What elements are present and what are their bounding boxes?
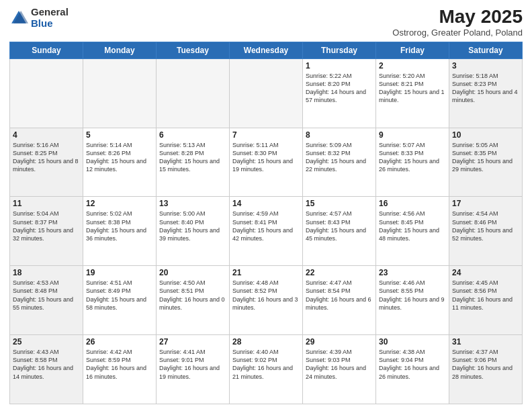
day-number: 1 [306,61,373,71]
day-cell: 13Sunrise: 5:00 AM Sunset: 8:40 PM Dayli… [157,197,230,266]
day-cell: 29Sunrise: 4:39 AM Sunset: 9:03 PM Dayli… [303,335,376,404]
day-info: Sunrise: 4:48 AM Sunset: 8:52 PM Dayligh… [232,279,300,312]
day-info: Sunrise: 5:18 AM Sunset: 8:23 PM Dayligh… [452,72,519,105]
day-number: 27 [159,337,226,347]
day-cell: 22Sunrise: 4:47 AM Sunset: 8:54 PM Dayli… [303,266,376,335]
day-info: Sunrise: 5:14 AM Sunset: 8:26 PM Dayligh… [86,141,153,174]
day-cell: 27Sunrise: 4:41 AM Sunset: 9:01 PM Dayli… [157,335,230,404]
day-number: 3 [452,61,519,71]
day-info: Sunrise: 5:09 AM Sunset: 8:32 PM Dayligh… [306,141,373,174]
weekday-wednesday: Wednesday [230,42,303,58]
day-cell: 30Sunrise: 4:38 AM Sunset: 9:04 PM Dayli… [376,335,449,404]
day-info: Sunrise: 4:40 AM Sunset: 9:02 PM Dayligh… [232,348,300,381]
day-number: 20 [159,268,226,277]
day-info: Sunrise: 4:46 AM Sunset: 8:55 PM Dayligh… [379,279,446,312]
day-number: 2 [379,61,446,71]
month-year: May 2025 [392,7,523,28]
day-info: Sunrise: 4:43 AM Sunset: 8:58 PM Dayligh… [13,348,80,381]
day-cell: 18Sunrise: 4:53 AM Sunset: 8:48 PM Dayli… [10,266,83,335]
day-number: 31 [452,337,519,347]
weekday-friday: Friday [376,42,449,58]
week-row-1: 1Sunrise: 5:22 AM Sunset: 8:20 PM Daylig… [10,58,523,128]
day-cell: 24Sunrise: 4:45 AM Sunset: 8:56 PM Dayli… [449,266,523,335]
weekday-tuesday: Tuesday [157,42,230,58]
day-info: Sunrise: 4:53 AM Sunset: 8:48 PM Dayligh… [13,279,80,312]
day-number: 22 [306,268,373,277]
day-number: 6 [159,130,226,140]
week-row-5: 25Sunrise: 4:43 AM Sunset: 8:58 PM Dayli… [10,335,523,404]
day-info: Sunrise: 5:16 AM Sunset: 8:25 PM Dayligh… [13,141,80,174]
day-cell: 10Sunrise: 5:05 AM Sunset: 8:35 PM Dayli… [449,128,523,197]
day-number: 10 [452,130,519,140]
day-number: 18 [13,268,80,277]
day-cell: 11Sunrise: 5:04 AM Sunset: 8:37 PM Dayli… [10,197,83,266]
logo-icon [9,9,28,28]
day-info: Sunrise: 4:41 AM Sunset: 9:01 PM Dayligh… [159,348,226,381]
day-info: Sunrise: 5:20 AM Sunset: 8:21 PM Dayligh… [379,72,446,105]
day-info: Sunrise: 5:04 AM Sunset: 8:37 PM Dayligh… [13,210,80,242]
day-info: Sunrise: 4:38 AM Sunset: 9:04 PM Dayligh… [379,348,446,381]
title-block: May 2025 Ostrorog, Greater Poland, Polan… [392,7,523,38]
day-number: 30 [379,337,446,347]
week-row-4: 18Sunrise: 4:53 AM Sunset: 8:48 PM Dayli… [10,266,523,335]
day-info: Sunrise: 5:07 AM Sunset: 8:33 PM Dayligh… [379,141,446,174]
day-number: 23 [379,268,446,277]
day-cell: 31Sunrise: 4:37 AM Sunset: 9:06 PM Dayli… [449,335,523,404]
day-cell: 6Sunrise: 5:13 AM Sunset: 8:28 PM Daylig… [157,128,230,197]
day-number: 17 [452,199,519,208]
day-number: 21 [232,268,300,277]
location: Ostrorog, Greater Poland, Poland [392,28,523,38]
day-info: Sunrise: 4:39 AM Sunset: 9:03 PM Dayligh… [306,348,373,381]
day-cell: 8Sunrise: 5:09 AM Sunset: 8:32 PM Daylig… [303,128,376,197]
day-number: 9 [379,130,446,140]
day-info: Sunrise: 4:42 AM Sunset: 8:59 PM Dayligh… [86,348,153,381]
day-info: Sunrise: 4:56 AM Sunset: 8:45 PM Dayligh… [379,210,446,242]
day-number: 5 [86,130,153,140]
day-number: 14 [232,199,300,208]
day-cell: 15Sunrise: 4:57 AM Sunset: 8:43 PM Dayli… [303,197,376,266]
weekday-sunday: Sunday [10,42,83,58]
logo-general: General [31,6,69,17]
day-cell: 3Sunrise: 5:18 AM Sunset: 8:23 PM Daylig… [449,58,523,128]
day-cell: 23Sunrise: 4:46 AM Sunset: 8:55 PM Dayli… [376,266,449,335]
day-info: Sunrise: 4:47 AM Sunset: 8:54 PM Dayligh… [306,279,373,312]
day-cell: 9Sunrise: 5:07 AM Sunset: 8:33 PM Daylig… [376,128,449,197]
week-row-2: 4Sunrise: 5:16 AM Sunset: 8:25 PM Daylig… [10,128,523,197]
day-cell: 7Sunrise: 5:11 AM Sunset: 8:30 PM Daylig… [230,128,303,197]
day-cell: 4Sunrise: 5:16 AM Sunset: 8:25 PM Daylig… [10,128,83,197]
day-info: Sunrise: 5:13 AM Sunset: 8:28 PM Dayligh… [159,141,226,174]
day-cell [83,58,157,128]
day-number: 12 [86,199,153,208]
day-number: 25 [13,337,80,347]
day-number: 26 [86,337,153,347]
day-info: Sunrise: 4:37 AM Sunset: 9:06 PM Dayligh… [452,348,519,381]
day-cell: 25Sunrise: 4:43 AM Sunset: 8:58 PM Dayli… [10,335,83,404]
day-info: Sunrise: 4:54 AM Sunset: 8:46 PM Dayligh… [452,210,519,242]
day-number: 15 [306,199,373,208]
day-cell: 21Sunrise: 4:48 AM Sunset: 8:52 PM Dayli… [230,266,303,335]
day-cell: 12Sunrise: 5:02 AM Sunset: 8:38 PM Dayli… [83,197,157,266]
week-row-3: 11Sunrise: 5:04 AM Sunset: 8:37 PM Dayli… [10,197,523,266]
day-number: 7 [232,130,300,140]
day-number: 16 [379,199,446,208]
day-info: Sunrise: 5:05 AM Sunset: 8:35 PM Dayligh… [452,141,519,174]
day-number: 8 [306,130,373,140]
day-info: Sunrise: 4:51 AM Sunset: 8:49 PM Dayligh… [86,279,153,312]
day-cell: 20Sunrise: 4:50 AM Sunset: 8:51 PM Dayli… [157,266,230,335]
day-info: Sunrise: 5:22 AM Sunset: 8:20 PM Dayligh… [306,72,373,105]
logo-text: General Blue [31,7,69,29]
day-cell [230,58,303,128]
day-info: Sunrise: 4:50 AM Sunset: 8:51 PM Dayligh… [159,279,226,312]
weekday-monday: Monday [83,42,157,58]
day-number: 4 [13,130,80,140]
day-cell: 16Sunrise: 4:56 AM Sunset: 8:45 PM Dayli… [376,197,449,266]
page: General Blue May 2025 Ostrorog, Greater … [0,0,532,411]
day-cell [10,58,83,128]
logo: General Blue [9,7,69,29]
day-info: Sunrise: 4:59 AM Sunset: 8:41 PM Dayligh… [232,210,300,242]
day-cell: 1Sunrise: 5:22 AM Sunset: 8:20 PM Daylig… [303,58,376,128]
day-cell: 17Sunrise: 4:54 AM Sunset: 8:46 PM Dayli… [449,197,523,266]
day-number: 28 [232,337,300,347]
day-number: 24 [452,268,519,277]
day-number: 11 [13,199,80,208]
